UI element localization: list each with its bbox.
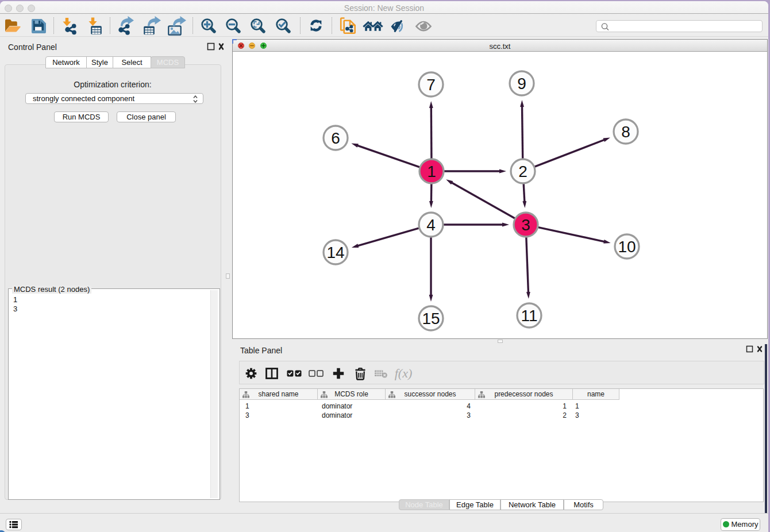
svg-text:15: 15: [422, 310, 440, 327]
svg-text:3: 3: [521, 216, 530, 234]
svg-text:1: 1: [427, 163, 436, 180]
svg-text:4: 4: [426, 216, 436, 234]
svg-text:2: 2: [518, 163, 528, 180]
svg-text:10: 10: [618, 238, 636, 256]
svg-text:14: 14: [326, 244, 344, 261]
svg-text:9: 9: [517, 75, 526, 92]
svg-text:11: 11: [521, 307, 537, 325]
svg-text:f(x): f(x): [395, 366, 413, 380]
svg-text:8: 8: [621, 123, 630, 141]
svg-text:7: 7: [426, 76, 436, 94]
svg-text:6: 6: [331, 129, 340, 147]
